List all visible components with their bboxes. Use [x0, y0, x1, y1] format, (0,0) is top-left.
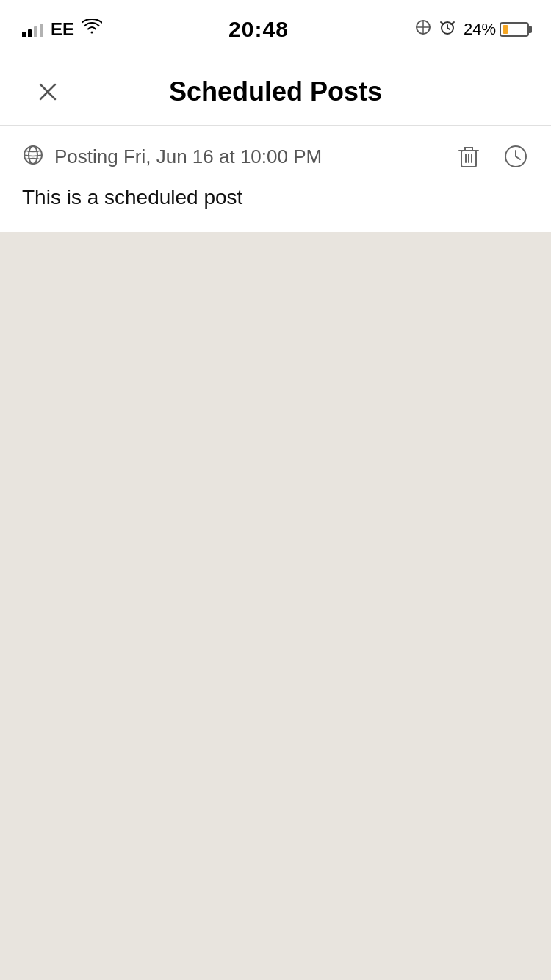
close-button[interactable] — [29, 73, 66, 110]
battery-percent: 24% — [464, 20, 496, 39]
location-icon — [415, 19, 431, 40]
post-meta: Posting Fri, Jun 16 at 10:00 PM — [22, 143, 529, 170]
header: Scheduled Posts — [0, 59, 551, 125]
reschedule-button[interactable] — [503, 143, 529, 170]
wifi-icon — [82, 19, 102, 40]
globe-icon — [22, 144, 44, 170]
delete-button[interactable] — [455, 143, 482, 170]
post-meta-left: Posting Fri, Jun 16 at 10:00 PM — [22, 144, 322, 170]
post-content: This is a scheduled post — [22, 183, 529, 212]
page-title: Scheduled Posts — [169, 76, 382, 107]
status-left: EE — [22, 19, 102, 40]
post-card: Posting Fri, Jun 16 at 10:00 PM — [0, 126, 551, 232]
battery-body — [500, 22, 529, 37]
alarm-icon — [439, 18, 456, 40]
status-right: 24% — [415, 18, 529, 40]
status-time: 20:48 — [228, 17, 289, 42]
battery-fill — [503, 25, 508, 34]
carrier-label: EE — [51, 19, 74, 40]
signal-icon — [22, 21, 43, 37]
svg-point-3 — [29, 146, 37, 164]
post-schedule-text: Posting Fri, Jun 16 at 10:00 PM — [54, 145, 322, 168]
post-actions — [455, 143, 529, 170]
battery-indicator: 24% — [464, 20, 529, 39]
status-bar: EE 20:48 24% — [0, 0, 551, 59]
svg-point-2 — [24, 146, 42, 164]
empty-background — [0, 232, 551, 980]
